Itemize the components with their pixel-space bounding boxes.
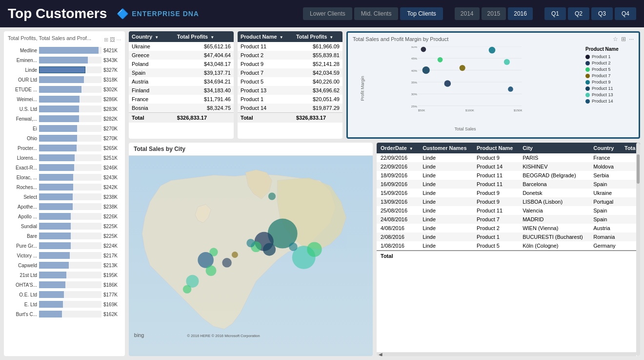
table-row[interactable]: 13/09/2016 Linde Product 9 LISBOA (Lisbo…	[377, 197, 640, 206]
table-row[interactable]: Product 9$52,141.28	[238, 60, 342, 68]
bar-row[interactable]: Apothe... $238K	[8, 202, 121, 211]
bar-label: E. Ltd	[8, 302, 37, 307]
bar-row[interactable]: Eminen... $343K	[8, 56, 121, 64]
bar-value: $302K	[103, 87, 121, 92]
svg-text:$50K: $50K	[418, 108, 425, 112]
bar-row[interactable]: O.E. Ltd $177K	[8, 290, 121, 299]
table-row[interactable]: 25/08/2016 Linde Product 11 Valencia Spa…	[377, 206, 640, 215]
table-row[interactable]: Product 7$42,034.59	[238, 68, 342, 77]
bar-row[interactable]: Weimei... $286K	[8, 95, 121, 104]
bar-row[interactable]: Ei $270K	[8, 124, 121, 133]
table-row[interactable]: Poland$43,048.17	[129, 60, 234, 68]
table-row[interactable]: Greece$47,404.64	[129, 51, 234, 60]
bar-row[interactable]: ETUDE ... $302K	[8, 85, 121, 94]
table-row[interactable]: 15/09/2016 Linde Product 9 Donetsk Ukrai…	[377, 189, 640, 197]
bar-row[interactable]: 21st Ltd $195K	[8, 271, 121, 279]
table-row[interactable]: 16/09/2016 Linde Product 11 Barcelona Sp…	[377, 180, 640, 189]
bar-value: $238K	[103, 194, 121, 200]
bar-row[interactable]: U.S. Ltd $283K	[8, 105, 121, 113]
bar-row[interactable]: E. Ltd $169K	[8, 300, 121, 309]
bar-fill	[39, 174, 73, 181]
bar-row[interactable]: Llorens... $251K	[8, 153, 121, 162]
q4-button[interactable]: Q4	[615, 7, 636, 20]
scatter-legend: Product Name Product 1Product 2Product 5…	[583, 42, 639, 134]
table-row[interactable]: Finland$34,183.40	[129, 86, 234, 95]
svg-point-20	[423, 66, 430, 74]
year-2014-button[interactable]: 2014	[455, 7, 480, 20]
lower-clients-button[interactable]: Lower Clients	[303, 7, 352, 20]
q2-button[interactable]: Q2	[568, 7, 589, 20]
bar-value: $265K	[103, 146, 121, 151]
legend-label: Product 5	[592, 67, 611, 72]
bar-row[interactable]: Burt's C... $162K	[8, 310, 121, 318]
table-row[interactable]: France$11,791.46	[129, 95, 234, 104]
svg-point-27	[263, 243, 276, 256]
bar-chart-title: Total Profits, Total Sales and Prof...	[8, 35, 102, 41]
bar-label: Weimei...	[8, 97, 37, 102]
svg-point-22	[508, 86, 513, 92]
bar-label: Procter...	[8, 146, 37, 151]
bar-row[interactable]: Medline $421K	[8, 46, 121, 55]
table-row[interactable]: 22/09/2016 Linde Product 14 KISHINEV Mol…	[377, 162, 640, 171]
svg-text:bing: bing	[134, 332, 144, 338]
table-row[interactable]: Ukraine$65,612.16	[129, 42, 234, 51]
table-row[interactable]: Bosnia$8,324.75	[129, 104, 234, 113]
bar-label: Victory ...	[8, 253, 37, 258]
bar-value: $162K	[103, 312, 121, 317]
table-row[interactable]: Product 2$55,839.81	[238, 51, 342, 60]
bar-row[interactable]: OUR Ltd $318K	[8, 75, 121, 84]
table-row[interactable]: Product 13$34,696.62	[238, 86, 342, 95]
table-row[interactable]: Product 1$20,051.49	[238, 95, 342, 104]
bar-label: Burt's C...	[8, 312, 37, 317]
table-row[interactable]: 24/08/2016 Linde Product 7 MADRID Spain	[377, 215, 640, 224]
bar-container	[39, 154, 101, 161]
bar-row[interactable]: Bare $225K	[8, 232, 121, 240]
table-row[interactable]: Spain$39,137.71	[129, 68, 234, 77]
bar-container	[39, 193, 101, 200]
bar-value: $225K	[103, 233, 121, 239]
bar-container	[39, 57, 101, 64]
logo: 🔷 ENTERPRISE DNA	[117, 8, 199, 20]
table-row[interactable]: Product 14$19,877.29	[238, 104, 342, 113]
bar-container	[39, 106, 101, 112]
svg-point-37	[222, 258, 232, 268]
bar-row[interactable]: Procter... $265K	[8, 144, 121, 152]
scatter-more-icon[interactable]: ···	[629, 36, 634, 42]
bar-row[interactable]: Sundial $225K	[8, 222, 121, 231]
scatter-star-icon[interactable]: ☆	[613, 36, 618, 42]
bar-row[interactable]: Linde $327K	[8, 65, 121, 74]
table-row[interactable]: 4/08/2016 Linde Product 2 WIEN (Vienna) …	[377, 224, 640, 233]
table-row[interactable]: 22/09/2016 Linde Product 9 PARIS France	[377, 153, 640, 162]
mid-clients-button[interactable]: Mid. Clients	[354, 7, 399, 20]
bar-row[interactable]: Capweld $213K	[8, 261, 121, 270]
bar-container	[39, 233, 101, 239]
bar-row[interactable]: OHTA'S... $186K	[8, 280, 121, 289]
bar-row[interactable]: Roches... $242K	[8, 183, 121, 191]
scatter-expand-icon[interactable]: ⊞	[621, 36, 626, 42]
product-total-label: Total	[238, 113, 293, 123]
year-2016-button[interactable]: 2016	[508, 7, 533, 20]
table-row[interactable]: 2/08/2016 Linde Product 1 BUCURESTI (Buc…	[377, 233, 640, 241]
q1-button[interactable]: Q1	[544, 7, 566, 20]
bar-row[interactable]: Ohio $270K	[8, 134, 121, 143]
top-clients-button[interactable]: Top Clients	[400, 7, 443, 20]
bar-row[interactable]: Exact-R... $246K	[8, 163, 121, 172]
y-axis-label: Profit Margin	[360, 76, 365, 101]
table-row[interactable]: Product 5$40,226.00	[238, 77, 342, 86]
center-bottom-row: Total Sales by City	[129, 143, 640, 356]
bar-value: $286K	[103, 97, 121, 102]
bar-row[interactable]: Apollo ... $226K	[8, 212, 121, 221]
bar-row[interactable]: Elorac, ... $243K	[8, 173, 121, 182]
q3-button[interactable]: Q3	[591, 7, 613, 20]
bar-row[interactable]: Select $238K	[8, 192, 121, 201]
bar-value: $226K	[103, 214, 121, 219]
bar-row[interactable]: Victory ... $217K	[8, 251, 121, 260]
table-row[interactable]: 1/08/2016 Linde Product 5 Köln (Cologne)…	[377, 241, 640, 251]
table-row[interactable]: Product 11$61,966.09	[238, 42, 342, 51]
table-row[interactable]: Austria$34,694.21	[129, 77, 234, 86]
svg-text:45%: 45%	[411, 57, 418, 60]
table-row[interactable]: 18/09/2016 Linde Product 11 BEOGRAD (Bel…	[377, 171, 640, 180]
bar-row[interactable]: Pure Gr... $224K	[8, 241, 121, 250]
year-2015-button[interactable]: 2015	[482, 7, 506, 20]
bar-row[interactable]: Fenwal,... $282K	[8, 114, 121, 123]
